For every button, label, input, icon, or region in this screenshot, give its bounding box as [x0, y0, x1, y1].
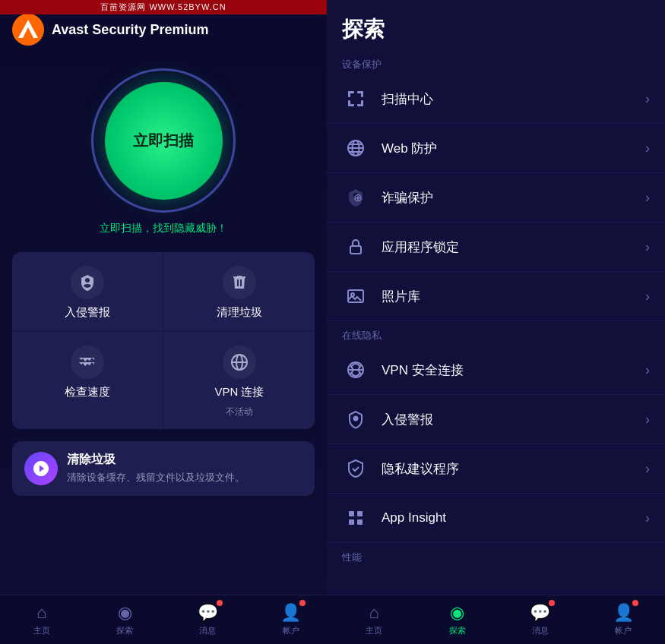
account-icon: 👤: [280, 603, 301, 623]
bottom-promo-card[interactable]: 清除垃圾 清除设备缓存、残留文件以及垃圾文件。: [12, 441, 315, 496]
scan-button[interactable]: 立即扫描: [105, 82, 223, 200]
home-icon: ⌂: [36, 603, 46, 623]
svg-rect-8: [348, 91, 350, 97]
nav-message-left[interactable]: 💬 消息: [166, 595, 249, 644]
clean-icon: [223, 266, 256, 299]
nav-message-right-label: 消息: [532, 625, 549, 636]
menu-photo-library[interactable]: 照片库 ›: [327, 272, 665, 321]
fraud-protection-icon: ⊕: [342, 184, 369, 211]
scan-center-label: 扫描中心: [382, 90, 633, 108]
nav-message-right[interactable]: 💬 消息: [499, 595, 581, 644]
svg-text:⊕: ⊕: [353, 191, 363, 204]
scan-subtitle: 立即扫描，找到隐藏威胁！: [100, 222, 227, 235]
promo-text: 清除垃圾 清除设备缓存、残留文件以及垃圾文件。: [67, 452, 245, 485]
right-panel: 探索 设备保护 扫描中心 › Web 防护 › ⊕ 诈骗保护 ›: [327, 0, 665, 595]
nav-explore-right[interactable]: ◉ 探索: [416, 595, 499, 644]
message-icon: 💬: [198, 603, 218, 623]
intrusion-icon: [71, 266, 104, 299]
right-nav: ⌂ 主页 ◉ 探索 💬 消息 👤 帐户: [333, 595, 666, 644]
left-nav: ⌂ 主页 ◉ 探索 💬 消息 👤 帐户: [0, 595, 333, 644]
speed-icon: [71, 346, 104, 379]
svg-rect-26: [357, 519, 363, 525]
svg-point-22: [354, 417, 358, 421]
explore-title: 探索: [342, 15, 650, 44]
menu-intrusion-alert[interactable]: 入侵警报 ›: [327, 395, 665, 444]
app-title: Avast Security Premium: [52, 22, 208, 38]
svg-rect-25: [349, 519, 354, 525]
vpn-icon: [223, 346, 256, 379]
nav-account-label: 帐户: [283, 625, 299, 636]
right-header: 探索: [327, 0, 665, 50]
message-badge: [217, 600, 223, 606]
app-lock-label: 应用程序锁定: [382, 238, 633, 256]
message-badge-right: [549, 600, 555, 606]
vpn-menu-label: VPN 安全连接: [382, 361, 633, 379]
scan-outer-ring: 立即扫描: [91, 68, 236, 213]
vpn-sublabel: 不活动: [226, 406, 253, 418]
app-insight-label: App Insight: [382, 510, 633, 526]
account-badge-right: [632, 600, 638, 606]
clean-label: 清理垃圾: [217, 305, 262, 320]
svg-rect-23: [349, 511, 354, 516]
privacy-advisor-label: 隐私建议程序: [382, 460, 633, 478]
chevron-icon: ›: [645, 412, 650, 428]
menu-app-lock[interactable]: 应用程序锁定 ›: [327, 223, 665, 272]
nav-explore-label: 探索: [116, 625, 133, 636]
menu-app-insight[interactable]: App Insight ›: [327, 494, 665, 543]
nav-home-right-label: 主页: [366, 625, 382, 636]
nav-explore-left[interactable]: ◉ 探索: [83, 595, 166, 644]
account-badge: [299, 600, 306, 606]
vpn-label: VPN 连接: [214, 385, 264, 399]
web-protection-label: Web 防护: [382, 140, 633, 157]
explore-icon: ◉: [118, 603, 132, 623]
chevron-icon: ›: [645, 140, 650, 156]
chevron-icon: ›: [645, 91, 650, 107]
svg-rect-24: [357, 511, 363, 516]
section-label-privacy: 在线隐私: [327, 321, 665, 346]
nav-home-left[interactable]: ⌂ 主页: [0, 595, 83, 644]
section-label-performance: 性能: [327, 543, 665, 567]
fraud-protection-label: 诈骗保护: [382, 189, 633, 207]
nav-home-right[interactable]: ⌂ 主页: [333, 595, 416, 644]
vpn-menu-icon: [342, 356, 369, 384]
app-lock-icon: [342, 233, 369, 260]
promo-title: 清除垃圾: [67, 452, 245, 468]
home-icon-right: ⌂: [369, 603, 379, 623]
nav-account-right-label: 帐户: [615, 625, 632, 636]
left-panel: Avast Security Premium 百苗资源网 WWW.52BYW.C…: [0, 0, 327, 595]
nav-explore-right-label: 探索: [449, 625, 466, 636]
menu-web-protection[interactable]: Web 防护 ›: [327, 124, 665, 173]
bottom-navigation: ⌂ 主页 ◉ 探索 💬 消息 👤 帐户 ⌂ 主页 ◉: [0, 595, 665, 644]
account-icon-right: 👤: [613, 603, 634, 623]
photo-library-icon: [342, 283, 369, 310]
menu-fraud-protection[interactable]: ⊕ 诈骗保护 ›: [327, 173, 665, 223]
menu-scan-center[interactable]: 扫描中心 ›: [327, 74, 665, 124]
chevron-icon: ›: [645, 362, 650, 378]
nav-account-right[interactable]: 👤 帐户: [582, 595, 665, 644]
web-protection-icon: [342, 134, 369, 162]
svg-rect-10: [348, 100, 350, 106]
svg-rect-11: [361, 100, 363, 106]
quick-item-vpn[interactable]: VPN 连接 不活动: [164, 332, 315, 429]
intrusion-label: 入侵警报: [65, 305, 110, 320]
nav-message-label: 消息: [199, 625, 216, 636]
intrusion-alert-label: 入侵警报: [382, 411, 633, 428]
scan-area: 立即扫描 立即扫描，找到隐藏威胁！: [0, 53, 327, 243]
quick-item-clean[interactable]: 清理垃圾: [164, 252, 315, 330]
chevron-icon: ›: [645, 239, 650, 255]
quick-item-speed[interactable]: 检查速度: [12, 332, 163, 429]
menu-vpn[interactable]: VPN 安全连接 ›: [327, 346, 665, 395]
chevron-icon: ›: [645, 461, 650, 477]
message-icon-right: 💬: [530, 603, 550, 623]
promo-icon: [24, 452, 58, 485]
chevron-icon: ›: [645, 289, 650, 305]
svg-point-0: [12, 14, 44, 46]
quick-item-intrusion[interactable]: 入侵警报: [12, 252, 163, 330]
chevron-icon: ›: [645, 190, 650, 206]
menu-privacy-advisor[interactable]: 隐私建议程序 ›: [327, 444, 665, 494]
intrusion-alert-icon: [342, 406, 369, 433]
nav-account-left[interactable]: 👤 帐户: [249, 595, 332, 644]
svg-rect-18: [350, 246, 361, 254]
scan-center-icon: [342, 85, 369, 112]
chevron-icon: ›: [645, 510, 650, 526]
